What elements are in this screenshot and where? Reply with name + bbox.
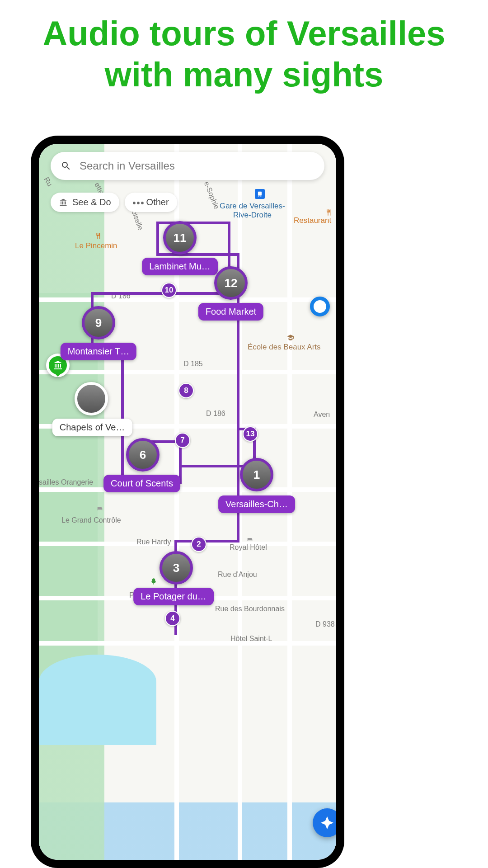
stop-12[interactable]: 12 [214, 266, 248, 300]
my-location-icon[interactable] [310, 297, 330, 316]
label-rue-bourdonnais: Rue des Bourdonnais [215, 605, 285, 613]
school-icon [286, 334, 295, 344]
stop-2-dot[interactable]: 2 [191, 537, 206, 552]
stop-12-num: 12 [225, 276, 238, 290]
stop-chapels[interactable] [75, 382, 108, 415]
svg-point-1 [258, 196, 259, 197]
stop-1-label[interactable]: Versailles-Ch… [218, 495, 295, 513]
search-placeholder: Search in Versailles [80, 160, 175, 172]
stop-6[interactable]: 6 [126, 438, 160, 472]
filter-row: See & Do ••• Other [51, 193, 177, 212]
stop-7-dot[interactable]: 7 [175, 433, 190, 448]
label-d938: D 938 [315, 620, 335, 628]
stop-chapels-label[interactable]: Chapels of Ve… [52, 419, 132, 436]
filter-chip-see-do[interactable]: See & Do [51, 193, 119, 212]
stop-3-num: 3 [173, 561, 179, 575]
stop-3[interactable]: 3 [160, 551, 193, 585]
svg-rect-0 [258, 192, 262, 196]
label-royal-hotel: Royal Hôtel [230, 543, 267, 552]
stop-8-dot[interactable]: 8 [178, 383, 194, 398]
stop-6-label[interactable]: Court of Scents [103, 475, 180, 492]
label-grand-controle: Le Grand Contrôle [61, 516, 121, 524]
poi-label-gare2: Rive-Droite [233, 211, 272, 220]
stop-11-num: 11 [174, 231, 187, 245]
stop-9[interactable]: 9 [82, 306, 115, 340]
label-rue-anjou: Rue d'Anjou [218, 571, 257, 579]
stop-1-num: 1 [253, 468, 260, 482]
poi-label-ecole: École des Beaux Arts [248, 343, 321, 352]
hotel-icon-2 [247, 536, 253, 544]
stop-13-dot[interactable]: 13 [243, 426, 258, 442]
phone-frame: Gare de Versailles- Rive-Droite Restaura… [31, 136, 344, 868]
transit-icon [255, 189, 265, 199]
restaurant-icon [95, 232, 102, 241]
stop-1[interactable]: 1 [240, 458, 273, 491]
stop-4-dot[interactable]: 4 [165, 611, 180, 626]
filter-label-see-do: See & Do [72, 197, 111, 208]
restaurant-icon-2 [325, 209, 333, 218]
tree-icon [150, 578, 157, 587]
hotel-icon [97, 505, 103, 514]
stop-12-label[interactable]: Food Market [198, 303, 263, 321]
label-d186b: D 186 [206, 410, 225, 418]
svg-point-2 [260, 196, 261, 197]
promo-headline: Audio tours of Versailles with many sigh… [0, 0, 488, 102]
stop-11-label[interactable]: Lambinet Mu… [142, 258, 218, 275]
label-orangerie: sailles Orangerie [39, 478, 93, 486]
stop-10-dot[interactable]: 10 [161, 283, 177, 298]
stop-3-label[interactable]: Le Potager du… [133, 588, 214, 605]
filter-chip-other[interactable]: ••• Other [125, 193, 177, 212]
label-rue-hardy: Rue Hardy [136, 538, 171, 546]
label-avenue: Aven [314, 410, 330, 419]
search-icon [61, 160, 71, 171]
filter-label-other: Other [146, 197, 169, 208]
poi-label-gare1: Gare de Versailles- [220, 202, 285, 211]
museum-icon [59, 198, 68, 207]
search-bar[interactable]: Search in Versailles [51, 152, 324, 180]
label-hotel-saintl: Hôtel Saint-L [230, 635, 272, 643]
phone-screen: Gare de Versailles- Rive-Droite Restaura… [39, 144, 336, 860]
stop-6-num: 6 [140, 448, 146, 462]
label-d185: D 185 [183, 360, 203, 368]
more-icon: ••• [133, 198, 142, 207]
stop-9-label[interactable]: Montansier T… [61, 343, 136, 360]
stop-9-num: 9 [95, 316, 102, 330]
poi-label-pincemin: Le Pincemin [75, 241, 117, 250]
stop-11[interactable]: 11 [163, 221, 197, 255]
